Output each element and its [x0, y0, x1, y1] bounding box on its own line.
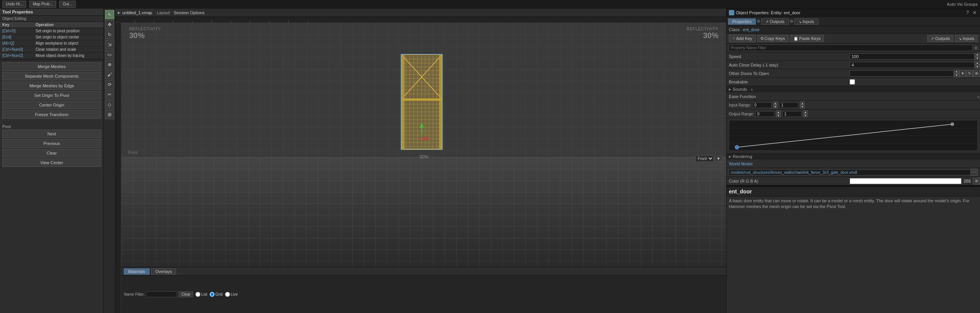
autodelay-input[interactable] — [850, 62, 975, 68]
ease-collapse-icon: ▲ — [977, 95, 980, 98]
filter-clear-btn[interactable]: Clear — [178, 291, 193, 297]
ease-input-end-down-btn[interactable]: ▼ — [800, 105, 805, 108]
pivot-previous-btn[interactable]: Previous — [2, 139, 101, 148]
breakable-checkbox[interactable] — [850, 79, 855, 85]
props-filter-input[interactable] — [729, 45, 973, 51]
otherdoors-down-btn[interactable]: ▼ — [954, 73, 959, 77]
inputs-right-btn[interactable]: ↘ Inputs — [955, 35, 978, 42]
path-tool-btn[interactable]: ⟳ — [105, 80, 114, 89]
ease-output-start[interactable] — [755, 111, 775, 117]
materials-tab[interactable]: Materials — [124, 268, 150, 275]
select-tool-btn[interactable]: ↖ — [105, 10, 114, 19]
viewport-title: untitled_1.vmap — [122, 10, 152, 15]
ease-input-end[interactable] — [779, 102, 798, 108]
ease-output-label: Output Range: — [729, 112, 754, 116]
reflectivity-top-right: REFLECTIVITY 30% — [687, 27, 718, 40]
pivot-next-btn[interactable]: Next — [2, 130, 101, 138]
out-btn[interactable]: Out... — [59, 1, 75, 8]
scale-tool-btn[interactable]: ⇲ — [105, 40, 114, 49]
sounds-arrow-icon: ▶ — [729, 88, 731, 91]
live-radio[interactable]: Live — [225, 292, 238, 297]
freeze-transform-btn[interactable]: Freeze Transform — [2, 110, 101, 119]
sounds-section-header[interactable]: ▶ Sounds ▲ — [727, 86, 980, 92]
speed-input[interactable] — [850, 53, 975, 60]
otherdoors-input[interactable] — [850, 70, 954, 77]
autodelay-down-btn[interactable]: ▼ — [975, 65, 980, 69]
brush-tool-btn[interactable]: ▭ — [105, 50, 114, 59]
main-layout: Tool Properties Object Editing Key Opera… — [0, 8, 980, 313]
overlays-tab[interactable]: Overlays — [151, 268, 176, 275]
entity-name-row: ent_door — [727, 187, 980, 196]
sounds-section-label: Sounds — [733, 87, 747, 92]
set-origin-btn[interactable]: Set Origin To Pivot — [2, 91, 101, 100]
props-titlebar: Object Properties: Entity: ent_door ? ✕ — [727, 8, 980, 17]
keybind-key: [Ctrl+Num2] — [0, 53, 33, 59]
live-radio-input[interactable] — [225, 292, 230, 297]
door-model — [401, 54, 443, 150]
filter-settings-icon[interactable]: ⚙ — [974, 46, 978, 50]
ease-output-end-down-btn[interactable]: ▼ — [803, 114, 808, 117]
tab-properties[interactable]: Properties — [728, 18, 756, 25]
props-tabs: Properties ⚙ ↗ Outputs ⚙ ↘ Inputs — [727, 17, 980, 26]
ease-output-down-btn[interactable]: ▼ — [776, 114, 781, 117]
props-help-btn[interactable]: ? — [965, 10, 970, 15]
undo-btn[interactable]: Undo Hi... — [2, 1, 26, 8]
separate-mesh-btn[interactable]: Separate Mesh Components — [2, 72, 101, 80]
ease-graph-svg[interactable] — [729, 120, 978, 151]
speed-up-btn[interactable]: ▲ — [975, 53, 980, 57]
add-key-btn[interactable]: + Add Key — [729, 35, 756, 42]
outputs-right-btn[interactable]: ↗ Outputs — [927, 35, 953, 42]
merge-meshes-btn[interactable]: Merge Meshes — [2, 62, 101, 71]
color-swatch[interactable] — [850, 178, 962, 184]
otherdoors-up-btn[interactable]: ▲ — [954, 70, 959, 73]
props-close-btn[interactable]: ✕ — [972, 10, 978, 15]
grid-radio[interactable]: Grid — [210, 292, 223, 297]
clip-tool-btn[interactable]: ✂ — [105, 90, 114, 99]
rendering-section-label: Rendering — [733, 154, 752, 159]
ease-output-end[interactable] — [782, 111, 802, 117]
list-radio[interactable]: List — [195, 292, 207, 297]
reflectivity-top-left: REFLECTIVITY 30% — [129, 27, 161, 40]
autodelay-up-btn[interactable]: ▲ — [975, 61, 980, 65]
merge-by-edge-btn[interactable]: Merge Meshes by Edge — [2, 82, 101, 90]
ease-input-start[interactable] — [752, 102, 772, 108]
paint-tool-btn[interactable]: 🖌 — [105, 70, 114, 79]
viewport-3d-canvas[interactable]: REFLECTIVITY 30% REFLECTIVITY 30% 30% — [122, 23, 726, 267]
list-radio-input[interactable] — [195, 292, 200, 297]
ease-output-up-btn[interactable]: ▲ — [776, 110, 781, 114]
vertex-tool-btn[interactable]: ◇ — [105, 100, 114, 109]
move-tool-btn[interactable]: ✥ — [105, 20, 114, 29]
tab-outputs[interactable]: ↗ Outputs — [761, 18, 789, 25]
grid-radio-input[interactable] — [210, 292, 215, 297]
viewport-dropdown-btn[interactable]: ▼ — [715, 156, 722, 161]
ease-input-down-btn[interactable]: ▼ — [773, 105, 778, 108]
pivot-clear-btn[interactable]: Clear — [2, 149, 101, 157]
paste-keys-label: Paste Keys — [799, 36, 821, 41]
worldmodel-path-input[interactable] — [729, 170, 971, 175]
paste-keys-btn[interactable]: 📋 Paste Keys — [790, 35, 824, 42]
session-options-btn[interactable]: Session Options — [172, 10, 206, 15]
speed-down-btn[interactable]: ▼ — [975, 57, 980, 60]
ease-output-end-up-btn[interactable]: ▲ — [803, 110, 808, 114]
copy-keys-btn[interactable]: ⧉ Copy Keys — [757, 35, 788, 42]
ease-input-end-up-btn[interactable]: ▲ — [800, 102, 805, 105]
entity-tool-btn[interactable]: ⊕ — [105, 60, 114, 69]
tool-panel-header: Tool Properties — [0, 8, 103, 16]
worldmodel-browse-btn[interactable]: ⋯ — [971, 169, 978, 176]
otherdoors-edit-btn[interactable]: ✎ — [966, 70, 973, 77]
view-select[interactable]: Front Top Side 3D — [695, 155, 714, 162]
otherdoors-dropdown-btn[interactable]: ▼ — [959, 70, 966, 77]
ease-input-up-btn[interactable]: ▲ — [773, 102, 778, 105]
map-prob-btn[interactable]: Map Prob... — [29, 1, 56, 8]
otherdoors-more-btn[interactable]: ⚙ — [973, 70, 980, 77]
tab-outputs-label: Outputs — [770, 19, 785, 24]
rendering-section-header[interactable]: ▶ Rendering — [727, 153, 980, 160]
prop-otherdoors-row: Other Doors To Open ▲ ▼ ▼ ✎ ⚙ — [727, 69, 980, 78]
pivot-view-center-btn[interactable]: View Center — [2, 158, 101, 167]
name-filter-input[interactable] — [146, 291, 177, 297]
tab-inputs[interactable]: ↘ Inputs — [794, 18, 818, 25]
connect-tool-btn[interactable]: ⊞ — [105, 110, 114, 119]
rotate-tool-btn[interactable]: ↻ — [105, 30, 114, 39]
color-more-btn[interactable]: ⚙ — [973, 178, 980, 185]
center-origin-btn[interactable]: Center Origin — [2, 101, 101, 109]
